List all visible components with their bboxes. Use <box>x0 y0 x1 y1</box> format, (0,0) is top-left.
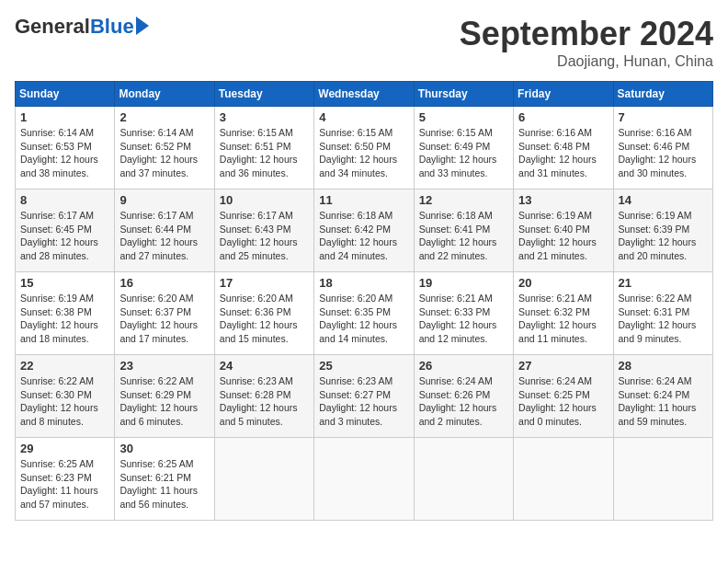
day-info: Sunrise: 6:16 AMSunset: 6:46 PMDaylight:… <box>619 126 708 180</box>
calendar-week-row: 15 Sunrise: 6:19 AMSunset: 6:38 PMDaylig… <box>16 272 713 355</box>
month-title: September 2024 <box>460 15 713 53</box>
day-info: Sunrise: 6:17 AMSunset: 6:44 PMDaylight:… <box>119 209 209 263</box>
col-thursday: Thursday <box>414 82 513 107</box>
day-info: Sunrise: 6:15 AMSunset: 6:50 PMDaylight:… <box>319 126 408 180</box>
day-info: Sunrise: 6:20 AMSunset: 6:36 PMDaylight:… <box>220 292 309 346</box>
day-number: 28 <box>619 359 708 373</box>
logo-arrow-icon <box>136 17 149 35</box>
table-row: 15 Sunrise: 6:19 AMSunset: 6:38 PMDaylig… <box>16 272 115 355</box>
table-row: 12 Sunrise: 6:18 AMSunset: 6:41 PMDaylig… <box>414 190 513 272</box>
table-row: 13 Sunrise: 6:19 AMSunset: 6:40 PMDaylig… <box>514 190 613 272</box>
calendar-week-row: 22 Sunrise: 6:22 AMSunset: 6:30 PMDaylig… <box>16 355 713 438</box>
table-row: 25 Sunrise: 6:23 AMSunset: 6:27 PMDaylig… <box>314 355 414 438</box>
day-number: 24 <box>220 359 309 373</box>
day-info: Sunrise: 6:15 AMSunset: 6:51 PMDaylight:… <box>220 126 309 180</box>
location-label: Daojiang, Hunan, China <box>460 53 713 70</box>
day-number: 13 <box>518 193 608 207</box>
day-number: 21 <box>619 276 708 290</box>
table-row: 17 Sunrise: 6:20 AMSunset: 6:36 PMDaylig… <box>214 272 313 355</box>
table-row: 14 Sunrise: 6:19 AMSunset: 6:39 PMDaylig… <box>613 190 712 272</box>
table-row: 3 Sunrise: 6:15 AMSunset: 6:51 PMDayligh… <box>214 107 313 190</box>
table-row: 2 Sunrise: 6:14 AMSunset: 6:52 PMDayligh… <box>115 107 214 190</box>
day-number: 23 <box>119 359 209 373</box>
day-number: 22 <box>20 359 109 373</box>
day-info: Sunrise: 6:22 AMSunset: 6:30 PMDaylight:… <box>20 374 109 429</box>
table-row: 16 Sunrise: 6:20 AMSunset: 6:37 PMDaylig… <box>115 272 214 355</box>
table-row: 1 Sunrise: 6:14 AMSunset: 6:53 PMDayligh… <box>16 107 115 190</box>
day-info: Sunrise: 6:20 AMSunset: 6:37 PMDaylight:… <box>119 292 209 346</box>
calendar-week-row: 1 Sunrise: 6:14 AMSunset: 6:53 PMDayligh… <box>16 107 713 190</box>
col-tuesday: Tuesday <box>214 82 313 107</box>
table-row: 24 Sunrise: 6:23 AMSunset: 6:28 PMDaylig… <box>214 355 313 438</box>
table-row: 29 Sunrise: 6:25 AMSunset: 6:23 PMDaylig… <box>16 438 115 521</box>
day-info: Sunrise: 6:19 AMSunset: 6:40 PMDaylight:… <box>518 209 608 263</box>
day-info: Sunrise: 6:19 AMSunset: 6:39 PMDaylight:… <box>619 209 708 263</box>
table-row <box>314 438 414 521</box>
day-number: 30 <box>119 442 209 455</box>
day-number: 6 <box>518 110 608 124</box>
logo-general-text: General <box>15 15 90 39</box>
day-info: Sunrise: 6:21 AMSunset: 6:33 PMDaylight:… <box>419 292 508 346</box>
calendar-header-row: Sunday Monday Tuesday Wednesday Thursday… <box>16 82 713 107</box>
day-number: 29 <box>20 442 109 455</box>
table-row: 7 Sunrise: 6:16 AMSunset: 6:46 PMDayligh… <box>613 107 712 190</box>
day-info: Sunrise: 6:15 AMSunset: 6:49 PMDaylight:… <box>419 126 508 180</box>
title-section: September 2024 Daojiang, Hunan, China <box>460 15 713 70</box>
table-row: 20 Sunrise: 6:21 AMSunset: 6:32 PMDaylig… <box>514 272 613 355</box>
table-row: 21 Sunrise: 6:22 AMSunset: 6:31 PMDaylig… <box>613 272 712 355</box>
day-number: 12 <box>419 193 508 207</box>
day-info: Sunrise: 6:24 AMSunset: 6:24 PMDaylight:… <box>619 374 708 429</box>
day-number: 19 <box>419 276 508 290</box>
day-number: 10 <box>220 193 309 207</box>
day-number: 9 <box>119 193 209 207</box>
table-row: 11 Sunrise: 6:18 AMSunset: 6:42 PMDaylig… <box>314 190 414 272</box>
table-row <box>214 438 313 521</box>
day-number: 8 <box>20 193 109 207</box>
day-number: 3 <box>220 110 309 124</box>
table-row: 19 Sunrise: 6:21 AMSunset: 6:33 PMDaylig… <box>414 272 513 355</box>
table-row: 22 Sunrise: 6:22 AMSunset: 6:30 PMDaylig… <box>16 355 115 438</box>
table-row: 28 Sunrise: 6:24 AMSunset: 6:24 PMDaylig… <box>613 355 712 438</box>
col-friday: Friday <box>514 82 613 107</box>
day-info: Sunrise: 6:22 AMSunset: 6:29 PMDaylight:… <box>119 374 209 429</box>
table-row: 23 Sunrise: 6:22 AMSunset: 6:29 PMDaylig… <box>115 355 214 438</box>
day-info: Sunrise: 6:25 AMSunset: 6:21 PMDaylight:… <box>119 457 209 511</box>
table-row: 27 Sunrise: 6:24 AMSunset: 6:25 PMDaylig… <box>514 355 613 438</box>
day-number: 17 <box>220 276 309 290</box>
day-info: Sunrise: 6:19 AMSunset: 6:38 PMDaylight:… <box>20 292 109 346</box>
day-number: 2 <box>119 110 209 124</box>
table-row <box>514 438 613 521</box>
logo: General Blue <box>15 15 149 39</box>
day-info: Sunrise: 6:17 AMSunset: 6:45 PMDaylight:… <box>20 209 109 263</box>
day-number: 4 <box>319 110 408 124</box>
day-number: 20 <box>518 276 608 290</box>
day-number: 15 <box>20 276 109 290</box>
table-row: 4 Sunrise: 6:15 AMSunset: 6:50 PMDayligh… <box>314 107 414 190</box>
table-row: 6 Sunrise: 6:16 AMSunset: 6:48 PMDayligh… <box>514 107 613 190</box>
table-row: 10 Sunrise: 6:17 AMSunset: 6:43 PMDaylig… <box>214 190 313 272</box>
day-info: Sunrise: 6:14 AMSunset: 6:52 PMDaylight:… <box>119 126 209 180</box>
day-number: 16 <box>119 276 209 290</box>
day-number: 5 <box>419 110 508 124</box>
day-number: 26 <box>419 359 508 373</box>
col-monday: Monday <box>115 82 214 107</box>
day-number: 14 <box>619 193 708 207</box>
col-wednesday: Wednesday <box>314 82 414 107</box>
col-saturday: Saturday <box>613 82 712 107</box>
day-info: Sunrise: 6:16 AMSunset: 6:48 PMDaylight:… <box>518 126 608 180</box>
day-number: 7 <box>619 110 708 124</box>
col-sunday: Sunday <box>16 82 115 107</box>
calendar-week-row: 29 Sunrise: 6:25 AMSunset: 6:23 PMDaylig… <box>16 438 713 521</box>
calendar-week-row: 8 Sunrise: 6:17 AMSunset: 6:45 PMDayligh… <box>16 190 713 272</box>
day-info: Sunrise: 6:24 AMSunset: 6:25 PMDaylight:… <box>518 374 608 429</box>
logo-blue-text: Blue <box>90 15 134 39</box>
table-row: 8 Sunrise: 6:17 AMSunset: 6:45 PMDayligh… <box>16 190 115 272</box>
table-row <box>414 438 513 521</box>
day-number: 27 <box>518 359 608 373</box>
day-info: Sunrise: 6:17 AMSunset: 6:43 PMDaylight:… <box>220 209 309 263</box>
day-number: 11 <box>319 193 408 207</box>
day-number: 1 <box>20 110 109 124</box>
table-row: 30 Sunrise: 6:25 AMSunset: 6:21 PMDaylig… <box>115 438 214 521</box>
day-number: 25 <box>319 359 408 373</box>
calendar-table: Sunday Monday Tuesday Wednesday Thursday… <box>15 81 713 521</box>
